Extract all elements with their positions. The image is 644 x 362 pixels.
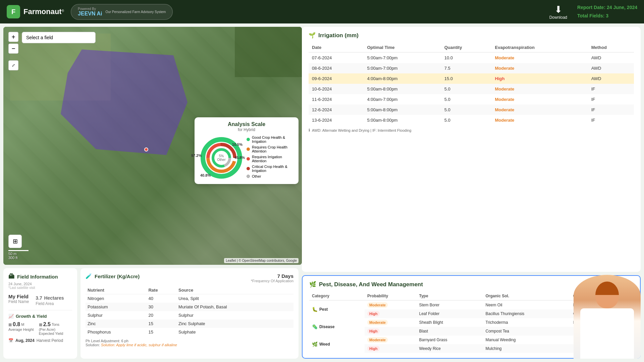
- legend-label-critical: Critical Crop Health & Irrigation: [252, 165, 293, 173]
- pest-col-prob: Probability: [365, 292, 416, 300]
- irr-et: Moderate: [492, 105, 588, 115]
- donut-label-10: 10.5%: [232, 142, 243, 146]
- irr-row: 10-6-20245:00am-8:00pm5.0ModerateIF: [309, 84, 634, 94]
- zoom-in-button[interactable]: +: [8, 32, 18, 42]
- fert-icon: 🧪: [86, 273, 92, 279]
- irr-et: Moderate: [492, 94, 588, 105]
- irr-time: 5:00am-7:00pm: [364, 52, 441, 63]
- irr-method: IF: [588, 94, 634, 105]
- pest-organic: Bacillus Thuringiensis: [483, 309, 571, 318]
- growth-stats: ▦ 0.8M Average Height ▦ 2.5Tons (Per Acr…: [8, 321, 72, 336]
- pest-organic: Mulching: [483, 344, 571, 353]
- irr-date: 11-6-2024: [309, 94, 364, 105]
- irr-time: 5:00am-8:00pm: [364, 115, 441, 125]
- map-background: + − ⤢ Select a field ⊞ 50 m 300 ft: [3, 27, 302, 265]
- pest-icon: 🌿: [309, 281, 316, 288]
- irr-col-date: Date: [309, 43, 364, 52]
- fert-row: Sulphur20Sulphur: [86, 311, 293, 319]
- fertilizer-table: Nutrient Rate Source Nitrogen40Urea, Spl…: [86, 286, 293, 336]
- pest-organic: Trichoderma: [483, 318, 571, 327]
- irr-time: 5:00am-7:00pm: [364, 63, 441, 73]
- irrigation-panel: 🌱 Irrigation (mm) Date Optimal Time Quan…: [302, 27, 641, 272]
- pest-chemical: Chi...: [571, 309, 634, 318]
- irr-qty: 5.0: [441, 105, 492, 115]
- irr-qty: 5.0: [441, 115, 492, 125]
- jeevn-advisory: Our Personalized Farm Advisory System: [105, 10, 166, 14]
- fert-row: Potassium30Muriate Of Potash, Basal: [86, 303, 293, 311]
- fert-nutrient: Potassium: [86, 303, 146, 311]
- logo-text: Farmonaut: [23, 7, 62, 16]
- fert-source: Sulphur: [176, 311, 293, 319]
- irr-method: IF: [588, 84, 634, 94]
- fert-source: Sulphate: [176, 328, 293, 336]
- fert-rate: 30: [146, 303, 176, 311]
- field-icon: 🏔: [8, 273, 14, 280]
- fert-title: 🧪 Fertilizer (Kg/Acre): [86, 273, 140, 279]
- donut-label-40: 40.8%: [200, 173, 211, 177]
- irr-date: 12-6-2024: [309, 105, 364, 115]
- fert-row: Nitrogen40Urea, Split: [86, 294, 293, 303]
- jeevn-logo: JEEVN Ai: [78, 11, 102, 17]
- pest-prob: High: [365, 327, 416, 336]
- legend-dot-good: [247, 138, 250, 141]
- irrigation-note: ℹ AWD: Alternate Wetting and Drying | IF…: [309, 128, 634, 132]
- yield-stat: ▦ 2.5Tons (Per Acre) Expected Yield: [39, 321, 63, 336]
- field-detail: My Field Field Name 3.7 Hectares Field A…: [8, 294, 72, 306]
- legend-label-irr: Requires Irrigation Attention: [252, 155, 293, 163]
- pest-col-organic: Organic Sol.: [483, 292, 571, 300]
- irr-col-qty: Quantity: [441, 43, 492, 52]
- irr-et: Moderate: [492, 115, 588, 125]
- field-area-block: 3.7 Hectares Field Area: [36, 294, 64, 306]
- pest-type: Weedy Rice: [416, 344, 483, 353]
- fert-nutrient: Zinc: [86, 319, 146, 328]
- field-area-label: Field Area: [36, 301, 64, 306]
- legend-label-good: Good Crop Health & Irrigation: [252, 135, 293, 143]
- fert-nutrient: Sulphur: [86, 311, 146, 319]
- irr-time: 4:00am-8:00pm: [364, 73, 441, 84]
- field-selector-dropdown[interactable]: Select a field: [22, 32, 96, 43]
- irrigation-table: Date Optimal Time Quantity Evapotranspir…: [309, 43, 634, 125]
- fert-source: Muriate Of Potash, Basal: [176, 303, 293, 311]
- analysis-content: 97.2% 10.5% 45.8% 40.8% 5%Other Good Cro…: [200, 135, 293, 180]
- fullscreen-button[interactable]: ⤢: [8, 60, 18, 70]
- pest-organic: Neem Oil: [483, 300, 571, 309]
- donut-label-97: 97.2%: [191, 154, 202, 158]
- irr-row: 12-6-20245:00am-8:00pm5.0ModerateIF: [309, 105, 634, 115]
- fert-rate: 20: [146, 311, 176, 319]
- irr-qty: 10.0: [441, 52, 492, 63]
- pest-table: Category Probability Type Organic Sol. C…: [309, 292, 633, 353]
- irr-time: 4:00am-7:00pm: [364, 94, 441, 105]
- pest-row: 🐛PestModerateStem BorerNeem OilFipro...: [309, 300, 633, 309]
- fert-rate: 15: [146, 319, 176, 328]
- irr-method: IF: [588, 115, 634, 125]
- irr-et: Moderate: [492, 84, 588, 94]
- zoom-out-button[interactable]: −: [8, 44, 18, 54]
- pest-chemical: H...: [571, 318, 634, 327]
- download-button[interactable]: ⬇ Download: [549, 4, 567, 20]
- legend-label-crop: Requires Crop Health Attention: [252, 145, 293, 153]
- download-icon: ⬇: [554, 4, 562, 15]
- donut-label-45: 45.8%: [234, 156, 245, 160]
- pest-organic: Compost Tea: [483, 327, 571, 336]
- growth-title: 📈 Growth & Yield: [8, 314, 72, 319]
- fert-source: Zinc Sulphate: [176, 319, 293, 328]
- donut-chart: 97.2% 10.5% 45.8% 40.8% 5%Other: [200, 136, 243, 180]
- irrigation-title: 🌱 Irrigation (mm): [309, 32, 634, 39]
- pest-type: Leaf Folder: [416, 309, 483, 318]
- legend-dot-other: [247, 175, 250, 178]
- irr-method: AWD: [588, 73, 634, 84]
- field-name-value: My Field: [8, 294, 29, 299]
- pest-prob: High: [365, 309, 416, 318]
- irr-col-method: Method: [588, 43, 634, 52]
- header: F Farmonaut® Powered By JEEVN Ai Our Per…: [0, 0, 644, 23]
- map-controls: + − ⤢: [8, 32, 18, 70]
- pest-category: 🌿Weed: [309, 336, 365, 353]
- pest-type: Blast: [416, 327, 483, 336]
- irr-method: IF: [588, 105, 634, 115]
- map-layer-button[interactable]: ⊞: [8, 235, 22, 248]
- legend-item-crop: Requires Crop Health Attention: [247, 145, 293, 153]
- irr-qty: 7.5: [441, 63, 492, 73]
- pest-chemical: [571, 344, 634, 353]
- fert-row: Phosphorus15Sulphate: [86, 328, 293, 336]
- pest-type: Sheath Blight: [416, 318, 483, 327]
